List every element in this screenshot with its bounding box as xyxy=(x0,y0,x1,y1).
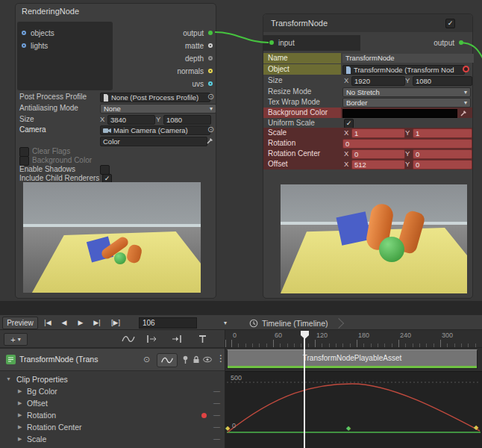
frame-field[interactable]: 106 xyxy=(139,317,197,329)
size-y-input[interactable]: 1080 xyxy=(163,115,211,125)
port-dot-objects[interactable] xyxy=(22,31,26,35)
size-y-input[interactable]: 1080 xyxy=(413,76,472,86)
timeline-breadcrumb[interactable]: Timeline (Timeline) xyxy=(249,317,342,329)
chevron-down-icon: ▾ xyxy=(464,90,467,96)
object-picker-icon[interactable]: ⊙ xyxy=(207,93,214,101)
port-matte[interactable]: matte xyxy=(185,40,213,51)
node-enabled-checkbox[interactable]: ✓ xyxy=(445,19,455,28)
playhead-line[interactable] xyxy=(304,338,305,448)
object-field[interactable]: TransformNode (Transform Nod xyxy=(342,65,465,75)
port-input[interactable]: input xyxy=(269,37,295,48)
track-curves-button[interactable] xyxy=(157,353,178,367)
eyedropper-icon[interactable] xyxy=(460,109,468,116)
tex-wrap-mode-dropdown[interactable]: Border ▾ xyxy=(342,98,471,108)
property-row-rotation[interactable]: ▶ Rotation — xyxy=(0,409,225,421)
color-field[interactable]: Color xyxy=(100,137,207,146)
property-row-scale[interactable]: ▶ Scale — xyxy=(0,433,225,445)
play-button[interactable]: ▶ xyxy=(73,317,88,328)
background-color-swatch[interactable] xyxy=(342,109,457,118)
foldout-open-icon[interactable]: ▼ xyxy=(6,373,11,385)
clip-properties-header[interactable]: ▼ Clip Properties xyxy=(0,373,225,385)
port-dot-output[interactable] xyxy=(208,31,213,35)
scale-y-input[interactable]: 1 xyxy=(413,128,472,138)
port-output[interactable]: output xyxy=(434,37,463,48)
object-picker-icon[interactable]: ⊙ xyxy=(207,125,214,134)
foldout-closed-icon[interactable]: ▶ xyxy=(18,397,22,409)
keyframe-diamond[interactable]: ◆ xyxy=(225,426,230,432)
offset-y-value: 0 xyxy=(416,161,419,169)
next-frame-button[interactable]: ▶| xyxy=(90,317,104,328)
port-dot-lights[interactable] xyxy=(22,43,26,48)
ruler-label: 180 xyxy=(358,332,369,339)
post-process-object-field[interactable]: None (Post Process Profile) xyxy=(100,93,210,102)
timeline-clip[interactable]: TransformNodePlayableAsset xyxy=(227,349,478,369)
node-graph-canvas[interactable]: RenderingNode objects lights output matt… xyxy=(0,0,482,301)
goto-start-button[interactable]: |◀ xyxy=(40,317,55,328)
offset-y-input[interactable]: 0 xyxy=(413,160,472,169)
rotation-input[interactable]: 0 xyxy=(342,139,472,149)
keyframe-diamond[interactable]: ◆ xyxy=(474,425,478,431)
port-dot-input[interactable] xyxy=(269,40,274,45)
foldout-closed-icon[interactable]: ▶ xyxy=(18,433,22,445)
port-lights[interactable]: lights xyxy=(22,40,48,51)
add-track-button[interactable]: + ▾ xyxy=(4,333,28,346)
curves-view-icon[interactable] xyxy=(122,335,135,343)
camera-object-field[interactable]: Main Camera (Camera) xyxy=(100,125,210,135)
track-header[interactable]: TransformNode (Trans ⊙ ⋮ xyxy=(0,348,225,371)
size-x-input[interactable]: 3840 xyxy=(107,115,155,125)
port-dot-output[interactable] xyxy=(459,40,463,45)
clip-properties-label: Clip Properties xyxy=(16,373,68,385)
rendering-node[interactable]: RenderingNode objects lights output matt… xyxy=(15,3,216,299)
render-preview xyxy=(23,182,201,293)
port-objects[interactable]: objects xyxy=(22,28,54,38)
marker-track-toggle-icon[interactable] xyxy=(198,335,207,343)
scale-x-input[interactable]: 1 xyxy=(351,128,405,138)
row-label: Size xyxy=(19,114,34,125)
resize-mode-dropdown[interactable]: No Stretch ▾ xyxy=(342,87,471,97)
port-normals[interactable]: normals xyxy=(177,66,213,76)
property-row-bg-color[interactable]: ▶ Bg Color — xyxy=(0,385,225,397)
x-axis-label: X xyxy=(344,75,348,86)
curve-editor[interactable]: 500 0 ◆ ◆ ◆ xyxy=(225,371,482,448)
time-ruler[interactable]: 0 60 120 180 240 300 xyxy=(225,330,482,348)
port-dot-matte[interactable] xyxy=(208,43,213,48)
lock-icon[interactable] xyxy=(193,355,200,364)
next-frame-icon: ▶| xyxy=(93,319,100,326)
eye-icon[interactable] xyxy=(203,356,212,363)
row-object: Object TransformNode (Transform Nod xyxy=(263,64,472,75)
play-range-button[interactable]: [▶] xyxy=(106,317,125,328)
port-depth[interactable]: depth xyxy=(185,53,213,63)
pin-icon[interactable] xyxy=(182,355,189,364)
foldout-closed-icon[interactable]: ▶ xyxy=(18,409,22,421)
kebab-menu-icon[interactable]: ⋮ xyxy=(216,354,225,363)
record-indicator-icon[interactable] xyxy=(463,66,469,72)
property-label: Rotation xyxy=(27,409,56,421)
port-label: objects xyxy=(31,29,54,37)
foldout-closed-icon[interactable]: ▶ xyxy=(18,421,22,433)
port-dot-uvs[interactable] xyxy=(208,81,213,86)
antialiasing-dropdown[interactable]: None ▾ xyxy=(100,104,216,113)
chevron-down-icon: ▾ xyxy=(464,100,467,106)
rotation-center-y-input[interactable]: 0 xyxy=(413,149,472,159)
preview-toggle-button[interactable]: Preview xyxy=(2,317,38,329)
keyframe-diamond[interactable]: ◆ xyxy=(346,426,351,432)
port-dot-normals[interactable] xyxy=(208,69,213,73)
track-object-picker-icon[interactable]: ⊙ xyxy=(143,355,150,364)
rotation-center-x-input[interactable]: 0 xyxy=(351,149,405,159)
port-dot-depth[interactable] xyxy=(208,56,213,60)
eyedropper-icon[interactable] xyxy=(207,137,214,144)
replace-edit-icon[interactable] xyxy=(170,335,182,343)
port-uvs[interactable]: uvs xyxy=(192,78,213,89)
previous-frame-button[interactable]: ◀ xyxy=(57,317,72,328)
size-x-input[interactable]: 1920 xyxy=(351,76,405,86)
options-chevron-icon[interactable]: ▾ xyxy=(224,320,227,326)
offset-x-input[interactable]: 512 xyxy=(351,160,405,169)
foldout-closed-icon[interactable]: ▶ xyxy=(18,385,22,397)
name-input[interactable]: TransformNode xyxy=(342,54,474,63)
property-row-offset[interactable]: ▶ Offset — xyxy=(0,397,225,409)
port-output[interactable]: output xyxy=(183,28,213,38)
ripple-edit-icon[interactable] xyxy=(146,335,158,343)
transform-node[interactable]: TransformNode ✓ input output Name Transf… xyxy=(263,13,473,299)
property-row-rotation-center[interactable]: ▶ Rotation Center — xyxy=(0,421,225,433)
property-label: Rotation Center xyxy=(27,421,82,433)
